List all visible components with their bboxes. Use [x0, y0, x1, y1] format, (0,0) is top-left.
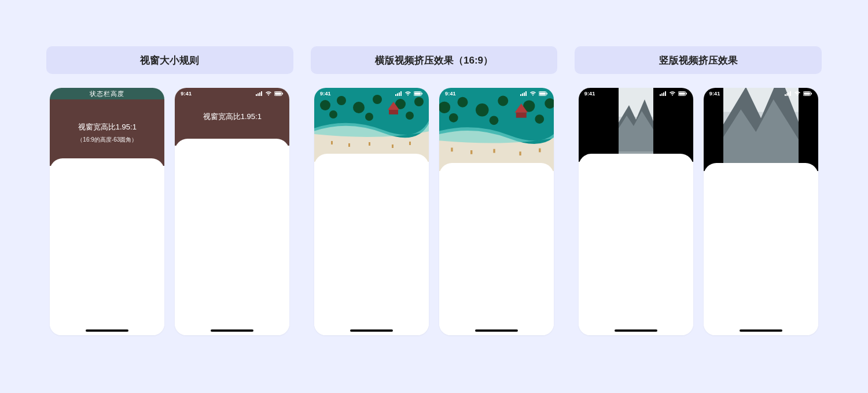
- col-title: 横版视频挤压效果（16:9）: [311, 46, 558, 74]
- svg-rect-23: [409, 142, 411, 145]
- phones-row: 9:41: [311, 88, 558, 335]
- wifi-icon: [529, 91, 536, 96]
- svg-rect-50: [524, 92, 525, 96]
- svg-rect-59: [661, 94, 663, 97]
- phone-mock: 9:41 视窗宽高比1.95:1: [175, 88, 289, 335]
- status-bar: 9:41: [704, 88, 818, 99]
- battery-icon: [539, 91, 548, 96]
- home-indicator-icon: [615, 329, 657, 332]
- svg-rect-45: [493, 149, 495, 153]
- wifi-icon: [794, 91, 801, 96]
- home-indicator-icon: [350, 329, 393, 332]
- svg-point-40: [535, 114, 544, 124]
- status-bar: 9:41: [579, 88, 693, 99]
- svg-rect-29: [414, 92, 421, 95]
- content-sheet: [50, 88, 164, 166]
- status-time: 9:41: [181, 91, 192, 97]
- mountain-image: [723, 88, 799, 171]
- status-time: 9:41: [445, 91, 456, 97]
- svg-point-15: [365, 113, 373, 121]
- phone-mock: 9:41: [704, 88, 818, 335]
- status-icons: [520, 91, 548, 96]
- col-title: 视窗大小规则: [46, 46, 293, 74]
- status-icons: [395, 91, 423, 96]
- col-viewport-rule: 视窗大小规则 状态栏高度 视窗宽高比1.95:1 （16:9的高度-63圆角） …: [46, 46, 293, 335]
- svg-rect-43: [451, 148, 453, 152]
- svg-rect-1: [258, 94, 259, 97]
- status-time: 9:41: [709, 91, 720, 97]
- phones-row: 状态栏高度 视窗宽高比1.95:1 （16:9的高度-63圆角） 9:41: [46, 88, 293, 335]
- video-header-portrait: [704, 88, 818, 171]
- status-icons: [660, 91, 687, 96]
- svg-point-8: [320, 100, 330, 110]
- svg-rect-70: [788, 92, 789, 96]
- columns-row: 视窗大小规则 状态栏高度 视窗宽高比1.95:1 （16:9的高度-63圆角） …: [46, 46, 822, 335]
- svg-rect-57: [619, 151, 653, 162]
- wifi-icon: [265, 91, 272, 96]
- svg-rect-18: [389, 110, 398, 114]
- status-time: 9:41: [584, 91, 595, 97]
- svg-rect-3: [261, 91, 262, 96]
- col-title: 竖版视频挤压效果: [575, 46, 822, 74]
- col-landscape-video: 横版视频挤压效果（16:9） 9:41: [311, 46, 558, 335]
- svg-rect-26: [399, 92, 400, 96]
- svg-rect-68: [785, 94, 786, 96]
- phone-mock: 9:41: [439, 88, 554, 335]
- svg-rect-64: [686, 93, 687, 95]
- svg-rect-42: [516, 113, 527, 118]
- svg-rect-24: [395, 94, 396, 96]
- svg-point-16: [406, 112, 414, 120]
- svg-rect-69: [786, 94, 788, 97]
- phone-mock: 状态栏高度 视窗宽高比1.95:1 （16:9的高度-63圆角）: [50, 88, 164, 335]
- battery-icon: [678, 91, 687, 96]
- svg-rect-61: [665, 91, 666, 96]
- svg-rect-48: [520, 94, 521, 96]
- battery-icon: [414, 91, 423, 96]
- svg-rect-6: [282, 93, 284, 95]
- portrait-video: [723, 88, 799, 171]
- beach-image: [439, 88, 554, 171]
- phone-mock: 9:41: [314, 88, 429, 335]
- status-icons: [256, 91, 284, 96]
- svg-rect-49: [522, 94, 523, 97]
- status-bar: 9:41: [175, 88, 289, 99]
- svg-point-10: [353, 102, 365, 113]
- svg-point-34: [476, 103, 489, 117]
- home-indicator-icon: [211, 329, 253, 332]
- svg-point-38: [449, 113, 458, 123]
- svg-rect-2: [259, 92, 260, 96]
- signal-icon: [395, 91, 402, 96]
- svg-rect-21: [369, 142, 370, 146]
- svg-rect-20: [348, 143, 350, 147]
- svg-point-14: [329, 110, 337, 118]
- svg-rect-30: [422, 93, 423, 95]
- svg-rect-63: [679, 92, 685, 95]
- svg-rect-73: [804, 92, 810, 95]
- svg-rect-60: [663, 92, 664, 96]
- wifi-icon: [404, 91, 411, 96]
- status-bar: 9:41: [439, 88, 554, 99]
- svg-rect-46: [519, 151, 521, 155]
- svg-rect-44: [470, 150, 472, 154]
- video-header: [439, 88, 554, 171]
- signal-icon: [256, 91, 263, 96]
- svg-rect-19: [331, 141, 333, 144]
- home-indicator-icon: [475, 329, 518, 332]
- battery-icon: [274, 91, 284, 96]
- status-time: 9:41: [320, 91, 331, 97]
- home-indicator-icon: [740, 329, 782, 332]
- svg-rect-74: [811, 93, 812, 95]
- svg-rect-53: [539, 92, 546, 95]
- home-indicator-icon: [86, 329, 128, 332]
- svg-rect-0: [256, 94, 257, 96]
- signal-icon: [660, 91, 667, 96]
- col-portrait-video: 竖版视频挤压效果 9:41: [575, 46, 822, 335]
- svg-rect-25: [397, 94, 398, 97]
- signal-icon: [520, 91, 527, 96]
- signal-icon: [785, 91, 792, 96]
- phones-row: 9:41: [575, 88, 822, 335]
- status-bar: 9:41: [314, 88, 429, 99]
- status-icons: [785, 91, 812, 96]
- svg-rect-5: [275, 92, 282, 95]
- svg-rect-51: [525, 91, 527, 96]
